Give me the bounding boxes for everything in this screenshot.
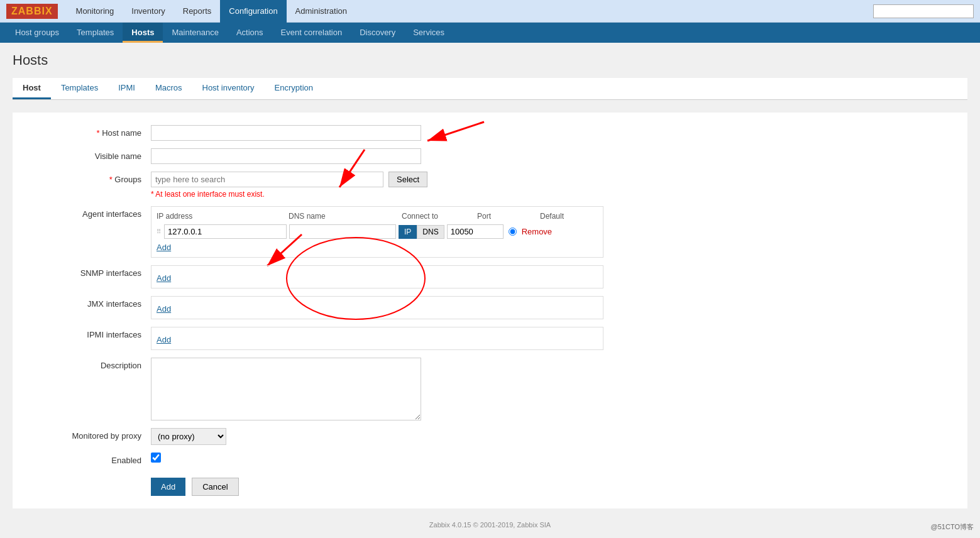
agent-interfaces-row: Agent interfaces IP address DNS name Con…: [13, 206, 967, 258]
top-nav-items: Monitoring Inventory Reports Configurati…: [67, 0, 356, 23]
agent-dns-input[interactable]: [289, 224, 396, 239]
proxy-label: Monitored by proxy: [25, 428, 151, 441]
host-name-input[interactable]: [151, 125, 421, 141]
host-form: Host name Visible name: [13, 113, 967, 508]
visible-name-label: Visible name: [25, 148, 151, 161]
connect-ip-button[interactable]: IP: [399, 225, 417, 239]
snmp-interfaces-label: SNMP interfaces: [25, 265, 151, 278]
snmp-interfaces-row: SNMP interfaces Add: [13, 265, 967, 288]
col-default-header: Default: [540, 212, 590, 221]
host-name-label: Host name: [25, 125, 151, 138]
description-row: Description: [13, 358, 967, 420]
col-port-header: Port: [477, 212, 540, 221]
jmx-add-button[interactable]: Add: [157, 304, 171, 314]
nav-inventory[interactable]: Inventory: [123, 0, 173, 23]
nav-monitoring[interactable]: Monitoring: [67, 0, 123, 23]
groups-select-button[interactable]: Select: [388, 172, 427, 187]
ipmi-interfaces-label: IPMI interfaces: [25, 327, 151, 339]
description-label: Description: [25, 358, 151, 370]
visible-name-field: [151, 148, 465, 164]
groups-row: Groups Select * At least one interface m…: [13, 172, 967, 199]
add-button[interactable]: Add: [151, 478, 185, 496]
subnav-host-groups[interactable]: Host groups: [6, 23, 68, 43]
tab-host-inventory[interactable]: Host inventory: [192, 78, 265, 99]
subnav-event-correlation[interactable]: Event correlation: [272, 23, 351, 43]
groups-label: Groups: [25, 172, 151, 184]
interfaces-header: IP address DNS name Connect to Port Defa…: [157, 212, 598, 221]
nav-configuration[interactable]: Configuration: [220, 0, 286, 23]
page-title: Hosts: [13, 52, 967, 69]
agent-port-input[interactable]: [447, 224, 504, 239]
nav-reports[interactable]: Reports: [174, 0, 221, 23]
watermark: @51CTO博客: [931, 522, 974, 532]
enabled-checkbox[interactable]: [151, 453, 161, 463]
footer: Zabbix 4.0.15 © 2001-2019, Zabbix SIA: [13, 508, 967, 538]
snmp-interfaces-container: Add: [151, 265, 603, 288]
jmx-interfaces-row: JMX interfaces Add: [13, 296, 967, 319]
drag-handle[interactable]: ⠿: [157, 228, 162, 235]
tab-host[interactable]: Host: [13, 78, 51, 99]
groups-field: Select * At least one interface must exi…: [151, 172, 465, 199]
jmx-interfaces-label: JMX interfaces: [25, 296, 151, 309]
agent-remove-button[interactable]: Remove: [522, 227, 552, 236]
page-content: Hosts Host Templates IPMI Macros Host in…: [0, 43, 980, 538]
col-ip-header: IP address: [157, 212, 289, 221]
agent-interfaces-container: IP address DNS name Connect to Port Defa…: [151, 206, 603, 258]
tab-macros[interactable]: Macros: [145, 78, 192, 99]
enabled-row: Enabled: [13, 453, 967, 465]
subnav-discovery[interactable]: Discovery: [351, 23, 404, 43]
action-buttons: Add Cancel: [13, 478, 967, 496]
jmx-interfaces-container: Add: [151, 296, 603, 319]
ipmi-interfaces-row: IPMI interfaces Add: [13, 327, 967, 350]
groups-input-row: Select: [151, 172, 465, 187]
subnav-hosts[interactable]: Hosts: [123, 23, 163, 43]
form-tabs: Host Templates IPMI Macros Host inventor…: [13, 78, 967, 100]
proxy-row: Monitored by proxy (no proxy): [13, 428, 967, 445]
col-dns-header: DNS name: [289, 212, 402, 221]
agent-default-radio[interactable]: [509, 228, 517, 236]
tab-templates[interactable]: Templates: [51, 78, 108, 99]
search-input[interactable]: [873, 4, 974, 18]
subnav-actions[interactable]: Actions: [228, 23, 272, 43]
visible-name-input[interactable]: [151, 148, 421, 164]
sub-navigation: Host groups Templates Hosts Maintenance …: [0, 23, 980, 43]
tab-encryption[interactable]: Encryption: [265, 78, 323, 99]
ipmi-interfaces-container: Add: [151, 327, 603, 350]
agent-add-button[interactable]: Add: [157, 243, 171, 252]
agent-ip-input[interactable]: [164, 224, 287, 239]
tab-ipmi[interactable]: IPMI: [108, 78, 145, 99]
snmp-add-button[interactable]: Add: [157, 273, 171, 283]
ipmi-add-button[interactable]: Add: [157, 335, 171, 344]
agent-interfaces-label: Agent interfaces: [25, 206, 151, 219]
col-connect-header: Connect to: [402, 212, 477, 221]
connect-buttons: IP DNS: [399, 225, 444, 239]
logo[interactable]: ZABBIX: [6, 4, 58, 19]
proxy-select[interactable]: (no proxy): [151, 428, 226, 445]
subnav-services[interactable]: Services: [404, 23, 453, 43]
host-name-field: [151, 125, 465, 141]
visible-name-row: Visible name: [13, 148, 967, 164]
host-name-row: Host name: [13, 125, 967, 141]
subnav-templates[interactable]: Templates: [68, 23, 123, 43]
cancel-button[interactable]: Cancel: [192, 478, 238, 496]
agent-interface-row-1: ⠿ IP DNS Remove: [157, 224, 598, 239]
validation-message: * At least one interface must exist.: [151, 190, 465, 199]
nav-administration[interactable]: Administration: [287, 0, 356, 23]
subnav-maintenance[interactable]: Maintenance: [163, 23, 227, 43]
top-navigation: ZABBIX Monitoring Inventory Reports Conf…: [0, 0, 980, 23]
connect-dns-button[interactable]: DNS: [417, 225, 444, 239]
description-textarea[interactable]: [151, 358, 421, 420]
enabled-label: Enabled: [25, 453, 151, 465]
groups-search-input[interactable]: [151, 172, 383, 187]
